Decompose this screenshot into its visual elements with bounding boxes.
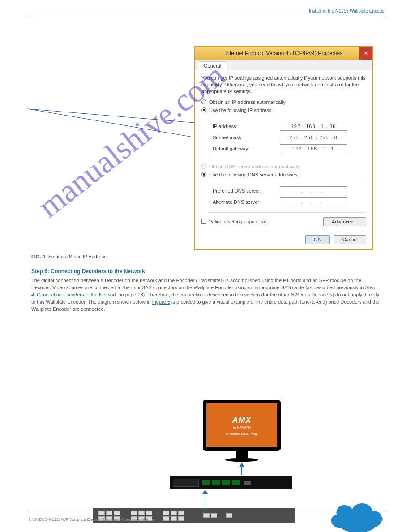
radio-icon	[201, 99, 206, 104]
dialog-titlebar[interactable]: Internet Protocol Version 4 (TCP/IPv4) P…	[195, 47, 372, 60]
footer-left: NMX-ENC-N1115-WP Wallplate Encoder Hardw…	[29, 517, 155, 522]
input-pref-dns[interactable]: . . .	[280, 186, 347, 195]
header-right: Installing the N1115 Wallplate Encoder	[309, 9, 386, 13]
label-pref-dns: Preferred DNS server:	[213, 188, 280, 193]
static-ip-group: IP address: 192 . 168 . 1 . 86 Subnet ma…	[208, 116, 366, 159]
step6-heading: Step 6: Connecting Decoders to the Netwo…	[31, 268, 145, 275]
dialog-buttons: OK Cancel	[195, 231, 372, 249]
port	[202, 480, 210, 485]
arrow-up-icon	[237, 463, 246, 476]
port	[222, 480, 230, 485]
port	[212, 480, 220, 485]
page: Installing the N1115 Wallplate Encoder I…	[26, 17, 386, 512]
radio-auto-ip[interactable]: Obtain an IP address automatically	[201, 99, 366, 105]
dialog-description: You can get IP settings assigned automat…	[201, 75, 366, 95]
input-gateway[interactable]: 192 . 168 . 1 . 1	[280, 144, 347, 153]
label-subnet: Subnet mask:	[213, 135, 280, 140]
radio-icon	[201, 172, 206, 177]
radio-icon	[201, 107, 206, 112]
checkbox-validate[interactable]: Validate settings upon exit	[201, 219, 266, 224]
checkbox-icon	[201, 219, 206, 224]
radio-auto-dns: Obtain DNS server address automatically	[201, 164, 366, 169]
radio-label: Obtain DNS server address automatically	[209, 164, 300, 169]
svg-marker-5	[239, 463, 244, 467]
monitor-base	[225, 458, 258, 462]
input-subnet[interactable]: 255 . 255 . 255 . 0	[280, 133, 347, 142]
footer-right: 14	[379, 517, 383, 522]
input-ip[interactable]: 192 . 168 . 1 . 86	[280, 122, 347, 131]
radio-label: Use the following IP address:	[209, 107, 273, 113]
ok-button[interactable]: OK	[305, 235, 330, 244]
monitor-bezel: AMX by HARMAN N-Series Local Play	[203, 400, 281, 451]
decoder-unit	[170, 476, 292, 489]
step6-body: The digital connection between a Decoder…	[31, 277, 381, 313]
hdmi-port	[244, 481, 251, 485]
monitor-screen: AMX by HARMAN N-Series Local Play	[206, 403, 277, 447]
amx-byline: by HARMAN	[233, 426, 251, 429]
rack-ports	[202, 480, 240, 485]
rack-panel	[173, 479, 199, 487]
advanced-button[interactable]: Advanced...	[323, 217, 366, 226]
label-gateway: Default gateway:	[213, 146, 280, 151]
radio-icon	[201, 164, 206, 169]
port	[232, 480, 240, 485]
label-alt-dns: Alternate DNS server:	[213, 199, 280, 205]
dialog-title: Internet Protocol Version 4 (TCP/IPv4) P…	[225, 50, 342, 56]
switch-portgroup	[203, 513, 217, 518]
arrow-up-icon	[201, 489, 210, 509]
fig4-caption: Setting a Static IP Address	[48, 254, 107, 259]
tab-general[interactable]: General	[198, 61, 227, 70]
radio-label: Obtain an IP address automatically	[209, 99, 285, 105]
text: Video sources are connected to the mini-…	[52, 285, 365, 290]
radio-static-ip[interactable]: Use the following IP address:	[201, 107, 366, 113]
fig4-tag: FIG. 4	[31, 254, 45, 259]
svg-marker-7	[202, 489, 208, 494]
switch-portgroup	[226, 513, 232, 518]
link-fig5[interactable]: Figure 5	[152, 299, 170, 305]
radio-label: Use the following DNS server addresses:	[209, 172, 299, 177]
close-icon[interactable]: ✕	[359, 47, 372, 60]
amx-tagline: N-Series Local Play	[226, 432, 257, 436]
checkbox-label: Validate settings upon exit	[209, 219, 266, 224]
cancel-button[interactable]: Cancel	[334, 235, 366, 244]
monitor-illustration: AMX by HARMAN N-Series Local Play	[203, 400, 281, 462]
dialog-body: You can get IP settings assigned automat…	[195, 70, 372, 231]
ipv4-properties-dialog: Internet Protocol Version 4 (TCP/IPv4) P…	[194, 46, 373, 250]
text-bold: P1	[283, 278, 289, 283]
static-dns-group: Preferred DNS server: . . . Alternate DN…	[208, 180, 366, 213]
text: The digital connection between a Decoder…	[31, 278, 283, 283]
radio-static-dns[interactable]: Use the following DNS server addresses:	[201, 172, 366, 177]
tab-row: General	[195, 60, 372, 70]
cloud-icon	[323, 492, 390, 532]
input-alt-dns[interactable]: . . .	[280, 197, 347, 206]
monitor-stand	[236, 451, 248, 458]
label-ip: IP address:	[213, 124, 280, 129]
fig4-heading: FIG. 4 Setting a Static IP Address	[31, 254, 107, 259]
switch-portgroup	[163, 511, 190, 521]
amx-logo: AMX	[232, 416, 252, 425]
